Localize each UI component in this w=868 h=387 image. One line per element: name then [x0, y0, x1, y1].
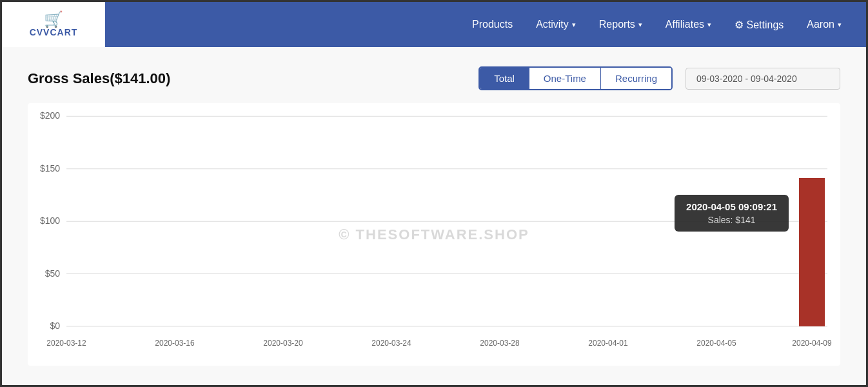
user-menu-button[interactable]: Aaron ▾ — [795, 14, 853, 35]
controls-row: Gross Sales($141.00) Total One-Time Recu… — [28, 66, 840, 90]
chevron-down-icon: ▾ — [572, 21, 576, 29]
settings-button[interactable]: ⚙ Settings — [723, 14, 795, 36]
header: 🛒 CVVCART Products Activity ▾ Reports ▾ … — [2, 2, 866, 47]
svg-text:2020-03-28: 2020-03-28 — [480, 339, 520, 348]
chevron-down-icon: ▾ — [838, 21, 842, 29]
svg-text:$100: $100 — [40, 215, 60, 226]
svg-text:2020-03-12: 2020-03-12 — [46, 339, 86, 348]
svg-text:$50: $50 — [45, 268, 60, 279]
nav-activity[interactable]: Activity ▾ — [524, 14, 587, 35]
nav-reports[interactable]: Reports ▾ — [587, 14, 654, 35]
nav-affiliates[interactable]: Affiliates ▾ — [654, 14, 723, 35]
chart-svg: $200 $150 $100 $50 $0 2020-03-12 2020-03… — [28, 103, 840, 366]
sales-bar — [799, 178, 825, 326]
main-content: Gross Sales($141.00) Total One-Time Recu… — [2, 47, 866, 385]
svg-text:2020-03-16: 2020-03-16 — [155, 339, 195, 348]
nav-products[interactable]: Products — [460, 14, 524, 35]
chart-container: $200 $150 $100 $50 $0 2020-03-12 2020-03… — [28, 103, 840, 366]
svg-text:2020-03-24: 2020-03-24 — [371, 339, 411, 348]
chevron-down-icon: ▾ — [638, 21, 642, 29]
svg-text:$0: $0 — [50, 321, 60, 331]
tab-total[interactable]: Total — [480, 68, 529, 89]
svg-text:2020-04-01: 2020-04-01 — [588, 339, 628, 348]
date-range-picker[interactable]: 09-03-2020 - 09-04-2020 — [686, 68, 840, 90]
logo-icon: 🛒 — [44, 12, 63, 27]
logo: 🛒 CVVCART — [2, 2, 105, 47]
tab-one-time[interactable]: One-Time — [529, 68, 601, 89]
svg-text:2020-03-20: 2020-03-20 — [263, 339, 303, 348]
svg-text:2020-04-05: 2020-04-05 — [696, 339, 736, 348]
gross-sales-title: Gross Sales($141.00) — [28, 70, 466, 87]
logo-text: CVVCART — [30, 27, 78, 37]
svg-text:2020-04-09: 2020-04-09 — [792, 339, 832, 348]
svg-text:$200: $200 — [40, 110, 60, 121]
tab-group: Total One-Time Recurring — [478, 66, 673, 90]
svg-text:$150: $150 — [40, 163, 60, 174]
chevron-down-icon: ▾ — [707, 21, 711, 29]
tab-recurring[interactable]: Recurring — [601, 68, 671, 89]
main-nav: Products Activity ▾ Reports ▾ Affiliates… — [460, 14, 853, 36]
